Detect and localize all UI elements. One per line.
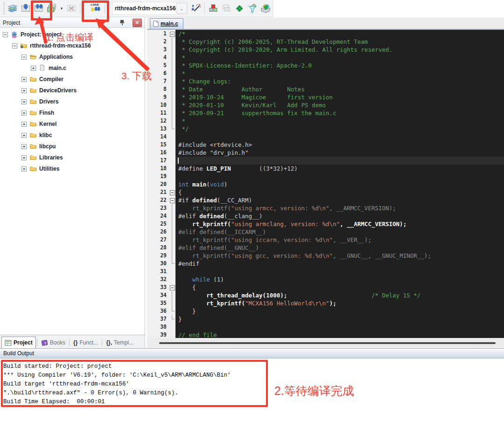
tree-item-label: Project: project	[21, 31, 62, 38]
chevron-down-icon[interactable]: ⌄	[176, 3, 187, 14]
tree-item-libcpu[interactable]: +libcpu	[0, 141, 145, 152]
tree-expander[interactable]: +	[21, 88, 27, 93]
bottom-tab-project[interactable]: Project	[1, 337, 36, 348]
folder-icon	[29, 87, 37, 94]
code-text: #if defined(__CC_ARM)	[175, 196, 504, 204]
fold-toggle-icon[interactable]: −	[170, 190, 175, 195]
line-number: 26	[147, 228, 169, 236]
fold-margin	[169, 133, 175, 141]
fold-toggle-icon[interactable]: −	[170, 285, 175, 290]
tree-item-klibc[interactable]: +klibc	[0, 130, 145, 141]
fold-margin	[169, 180, 175, 188]
line-number: 18	[147, 165, 169, 172]
tree-item-applications[interactable]: −Applications	[0, 51, 145, 62]
code-text: // end file	[175, 331, 504, 338]
tree-item-label: Utilities	[39, 165, 59, 172]
tree-item-label: libcpu	[39, 143, 56, 150]
line-number: 20	[147, 180, 169, 188]
line-number: 21	[147, 188, 169, 196]
dropdown-arrow-icon[interactable]: ▾	[59, 2, 64, 15]
line-number: 39	[147, 331, 169, 338]
code-line: 35 rt_kprintf("MCXA156 HelloWorld\r\n");	[147, 299, 504, 307]
tree-expander[interactable]: +	[31, 66, 36, 71]
fold-margin	[169, 268, 175, 276]
fold-margin: −	[169, 30, 175, 38]
code-text: {	[175, 188, 504, 196]
close-icon[interactable]: ✕	[133, 19, 142, 27]
folder-icon	[29, 98, 37, 105]
toolbar: ▾LOADrtthread-frdm-mcxa156⌄	[0, 0, 504, 18]
code-line: 23 rt_kprintf("using armcc, version: %d\…	[147, 204, 504, 212]
manage-items-button[interactable]	[220, 2, 232, 15]
tree-expander[interactable]: +	[21, 144, 27, 149]
software-packs-button[interactable]	[233, 2, 245, 15]
tab-main-c[interactable]: main.c	[150, 18, 183, 29]
options-wand-icon	[190, 3, 202, 14]
braces-icon: {}	[73, 339, 77, 346]
line-number: 17	[147, 157, 169, 165]
fold-line	[172, 69, 172, 77]
code-line: 27 rt_kprintf("using iccarm, version: %d…	[147, 236, 504, 244]
code-text: rt_kprintf("using iccarm, version: %d\n"…	[175, 236, 504, 244]
tree-expander[interactable]: +	[21, 110, 27, 116]
runtime-env-button[interactable]	[207, 2, 219, 15]
stop-build-button[interactable]	[65, 2, 77, 15]
bottom-tab-funct[interactable]: {}Funct...	[70, 337, 101, 348]
bottom-tab-label: Books	[50, 339, 65, 346]
tree-expander[interactable]: +	[21, 155, 27, 160]
tree-expander[interactable]: +	[21, 77, 27, 82]
fold-margin	[169, 172, 175, 180]
fold-margin	[169, 212, 175, 220]
code-editor[interactable]: 1−/*2 * Copyright (c) 2006-2025, RT-Thre…	[147, 30, 504, 338]
toolbar-separator	[204, 3, 205, 14]
pack-installer-button[interactable]	[259, 2, 271, 15]
tree-item-label: Libraries	[39, 154, 63, 161]
code-text: #endif	[175, 260, 504, 268]
fold-line	[172, 54, 172, 62]
tree-item-compiler[interactable]: +Compiler	[0, 74, 145, 85]
bottom-tab-templ[interactable]: {},Templ...	[103, 337, 136, 348]
select-packs-button[interactable]	[246, 2, 258, 15]
editor-horizontal-scrollbar[interactable]	[147, 338, 504, 348]
tree-expander[interactable]: +	[21, 122, 27, 127]
build-button[interactable]	[20, 2, 32, 15]
batch-build-button[interactable]	[46, 2, 58, 15]
tree-item-libraries[interactable]: +Libraries	[0, 152, 145, 163]
batch-build-icon	[46, 3, 57, 14]
tree-expander[interactable]: +	[21, 166, 27, 172]
tree-item-drivers[interactable]: +Drivers	[0, 96, 145, 107]
load-button[interactable]: LOAD	[87, 2, 102, 15]
tree-item-utilities[interactable]: +Utilities	[0, 163, 145, 174]
fold-line	[172, 212, 172, 220]
tree-expander[interactable]: −	[21, 55, 27, 60]
fold-toggle-icon[interactable]: −	[170, 32, 175, 37]
tree-item-project-project[interactable]: −Project: project	[0, 29, 145, 40]
tree-item-main-c[interactable]: +main.c	[0, 62, 145, 74]
target-select[interactable]: rtthread-frdm-mcxa156⌄	[112, 2, 188, 15]
tree-item-rtthread-frdm-mcxa156[interactable]: −rtthread-frdm-mcxa156	[0, 40, 145, 51]
tree-item-finsh[interactable]: +Finsh	[0, 107, 145, 118]
tree-expander[interactable]: −	[12, 43, 17, 48]
rebuild-button[interactable]	[33, 2, 45, 15]
tree-item-label: main.c	[49, 65, 66, 71]
tree-item-devicedrivers[interactable]: +DeviceDrivers	[0, 85, 145, 96]
tree-expander[interactable]: +	[21, 133, 27, 138]
build-output-pane[interactable]: Build started: Project: project*** Using…	[0, 358, 504, 448]
build-output-line: Build started: Project: project	[0, 362, 504, 371]
file	[38, 64, 47, 72]
tree-expander[interactable]: +	[21, 99, 27, 104]
fold-margin: −	[169, 283, 175, 291]
load-icon: LOAD	[89, 3, 100, 14]
tree-expander[interactable]: −	[3, 32, 8, 37]
pin-icon[interactable]	[119, 19, 126, 26]
toolbar-grip[interactable]	[3, 2, 5, 14]
fold-toggle-icon[interactable]: −	[170, 198, 175, 203]
translate-button[interactable]	[7, 2, 19, 15]
line-number: 25	[147, 220, 169, 228]
bottom-tab-books[interactable]: ?Books	[38, 337, 68, 348]
fold-line	[172, 101, 172, 109]
scrollbar-thumb[interactable]	[159, 342, 496, 344]
tree-item-kernel[interactable]: +Kernel	[0, 118, 145, 130]
options-wand-button[interactable]	[190, 2, 202, 15]
line-number: 3	[147, 46, 169, 54]
